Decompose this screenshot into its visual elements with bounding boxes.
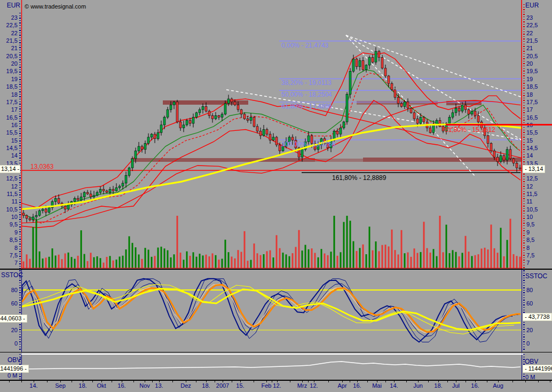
price-tick-label: 21 <box>526 45 533 51</box>
fib-label-100: 100,00% - 15,0266 <box>281 140 335 148</box>
candle-body <box>151 134 153 137</box>
sstoc-panel[interactable] <box>21 270 522 352</box>
candle-body <box>119 186 121 188</box>
volume-bar <box>164 248 165 268</box>
volume-bar <box>250 260 252 268</box>
price-tick-label: 21,5 <box>0 37 18 44</box>
volume-bar <box>193 252 194 268</box>
candle-body <box>423 117 425 122</box>
volume-bar <box>26 254 28 268</box>
candle-body <box>455 108 457 113</box>
volume-bar <box>157 248 159 268</box>
candle-body <box>231 99 233 102</box>
volume-bar <box>404 253 406 268</box>
volume-bar <box>298 230 300 268</box>
price-tick-label: 18 <box>0 91 18 98</box>
volume-bar <box>215 255 217 268</box>
yellow-ma <box>21 124 522 209</box>
date-label: 12. <box>310 382 318 389</box>
price-tick-label: 22,5 <box>0 22 18 28</box>
candle-body <box>496 157 499 162</box>
volume-bar <box>369 226 370 268</box>
candle-body <box>189 120 191 123</box>
date-label: 18. <box>202 382 210 389</box>
candle-body <box>336 131 338 134</box>
candle-body <box>86 192 89 194</box>
volume-bar <box>308 249 310 268</box>
price-tick-label: 21 <box>0 45 18 51</box>
volume-bar <box>206 255 207 268</box>
price-tick-label: 19,5 <box>526 68 538 74</box>
candle-body <box>157 132 159 138</box>
volume-bar <box>286 254 287 268</box>
volume-bar <box>513 254 515 268</box>
alert-level-label: 13,0363 <box>30 163 53 170</box>
candle-body <box>32 217 34 220</box>
price-tick-label: 21,5 <box>526 37 538 44</box>
candle-body <box>173 102 175 105</box>
price-tick-label: 11,5 <box>0 191 18 197</box>
volume-bar <box>138 254 140 268</box>
price-tick-label: 10 <box>526 214 533 220</box>
volume-bar <box>353 241 354 268</box>
price-tick-label: 18,5 <box>526 83 538 90</box>
price-tick-label: 18 <box>526 91 533 98</box>
date-label: Nov <box>139 382 150 389</box>
price-tick-label: 7,5 <box>526 252 534 258</box>
price-tick-label: 8 <box>526 245 530 251</box>
volume-bar <box>423 222 425 268</box>
candle-body <box>115 188 117 191</box>
volume-bar <box>116 260 117 268</box>
date-label: Feb <box>262 382 272 389</box>
volume-bar <box>391 230 393 268</box>
price-tick-label: 8,5 <box>0 237 18 243</box>
volume-bar <box>449 253 451 268</box>
candle-body <box>67 205 69 209</box>
main-price-chart[interactable] <box>21 0 522 269</box>
price-tick-label: 19,5 <box>0 68 18 74</box>
price-tick-label: 9 <box>526 229 530 236</box>
candle-body <box>487 136 489 143</box>
volume-bar <box>93 257 95 268</box>
price-tick-label: 12,5 <box>0 175 18 182</box>
volume-bar <box>378 251 380 268</box>
candle-body <box>122 183 124 186</box>
candle-body <box>128 168 130 175</box>
candle-body <box>432 125 435 132</box>
volume-bar <box>174 254 175 268</box>
candle-body <box>256 127 258 131</box>
volume-bar <box>33 227 34 268</box>
price-tick-label: 20,5 <box>526 53 538 59</box>
volume-bar <box>196 257 198 268</box>
obv-panel[interactable] <box>21 353 522 380</box>
candle-body <box>90 194 92 197</box>
price-tick-label: 9 <box>0 229 18 236</box>
bollinger-lower <box>21 100 521 228</box>
price-tick-label: 7 <box>0 260 18 266</box>
volume-bar <box>302 250 303 268</box>
volume-bar <box>100 258 101 268</box>
price-tick-label: 12 <box>0 183 18 190</box>
price-tick-label: 10 <box>0 214 18 220</box>
volume-bar <box>417 253 419 268</box>
sstoc-tick-label: 60 <box>0 300 18 307</box>
volume-bar <box>186 252 188 268</box>
candle-body <box>493 151 495 157</box>
candle-body <box>240 109 242 114</box>
volume-bar <box>84 254 85 268</box>
sstoc-tick-label: 80 <box>0 287 18 293</box>
sstoc-tick-label: 20 <box>526 327 533 333</box>
volume-bar <box>87 261 89 268</box>
fib-red-label: 61,80% - 15,9612 <box>445 126 495 134</box>
price-tick-label: 11 <box>0 198 18 205</box>
volume-bar <box>65 253 66 268</box>
obv-line <box>21 362 521 369</box>
volume-bar <box>90 253 92 268</box>
volume-bar <box>468 252 470 268</box>
candle-body <box>102 189 105 191</box>
candle-body <box>275 137 278 145</box>
price-tick-label: 8,5 <box>526 237 534 243</box>
candle-body <box>474 111 476 116</box>
volume-bar <box>446 225 447 268</box>
price-tick-label: 19 <box>526 76 533 82</box>
